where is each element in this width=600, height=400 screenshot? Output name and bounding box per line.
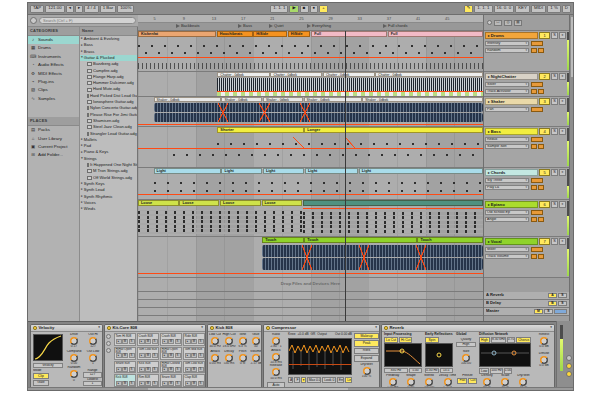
- knee-value[interactable]: +0.0 dB: [297, 333, 308, 336]
- device-chooser[interactable]: Sly Three▾: [485, 178, 529, 184]
- macro-decay[interactable]: Decay530 ms: [222, 350, 235, 366]
- mixer-toggle-icon[interactable]: ▤: [514, 20, 522, 26]
- beat-time-ruler[interactable]: 59131721252933374145: [138, 15, 483, 23]
- clip-shaker-0dbpk[interactable]: Shaker - 0dbpk: [154, 97, 221, 102]
- automation-value-box[interactable]: [538, 185, 544, 191]
- clip-loose[interactable]: Loose: [179, 200, 219, 206]
- clip-chatter-0dbpk[interactable]: Chatter - 0dbpk: [323, 72, 375, 77]
- reverb-scale[interactable]: Scale40 %: [497, 374, 514, 388]
- record-button[interactable]: ●: [310, 5, 319, 13]
- reverb-predelay[interactable]: Predelay2.50 ms: [384, 374, 401, 388]
- name-column-header[interactable]: Name: [80, 27, 137, 36]
- solo-button[interactable]: S: [551, 73, 558, 80]
- mode-gate-button[interactable]: Gate: [33, 380, 49, 386]
- arm-button[interactable]: ●: [559, 128, 566, 135]
- arm-button[interactable]: ●: [559, 201, 566, 208]
- peak-button[interactable]: Peak: [354, 340, 379, 346]
- kick-rack-title-bar[interactable]: Kick 808: [208, 325, 261, 332]
- automation-line[interactable]: [138, 57, 483, 58]
- drum-pad-hihat-open-808[interactable]: HiHat Open 808▸MS: [114, 347, 136, 360]
- knob-out-hi[interactable]: Out Hi127: [84, 333, 102, 349]
- pad-mute-button[interactable]: M: [122, 381, 128, 386]
- clip-view-toggle[interactable]: [566, 355, 572, 361]
- drywet-knob[interactable]: [363, 367, 371, 375]
- clip-touch[interactable]: Touch: [262, 237, 303, 243]
- track-header-nightchatter[interactable]: ▸NightChatter2S●Silver▾Track Activator▾: [484, 72, 569, 97]
- track-activator[interactable]: 4: [539, 128, 550, 135]
- tone-knob[interactable]: [239, 337, 247, 345]
- pad-play-button[interactable]: ▸: [139, 381, 145, 386]
- pad-play-button[interactable]: ▸: [139, 353, 145, 358]
- automation-value-box[interactable]: [538, 89, 544, 95]
- show-macros-icon[interactable]: [106, 348, 111, 353]
- drum-pad-tom-low-808[interactable]: Tom Low 808▸MS: [183, 361, 205, 374]
- track-header-shaker[interactable]: ▸Shaker3S●Pan▾: [484, 97, 569, 127]
- pad-play-button[interactable]: ▸: [139, 367, 145, 372]
- solo-button[interactable]: S: [558, 293, 567, 299]
- locator-backbeats[interactable]: Backbeats: [176, 24, 200, 28]
- automation-value-box[interactable]: [531, 210, 543, 216]
- clip-shaker-0dbpk[interactable]: Shaker - 0dbpk: [362, 97, 483, 102]
- pad-play-button[interactable]: ▸: [185, 367, 191, 372]
- fold-icon[interactable]: ▾: [201, 326, 203, 330]
- velocity-title-bar[interactable]: Velocity ▾: [31, 325, 102, 332]
- pad-mute-button[interactable]: M: [168, 367, 174, 372]
- pad-play-button[interactable]: ▸: [185, 353, 191, 358]
- footer-f-button[interactable]: F: [294, 377, 299, 383]
- drum-pad-tom-hi-808[interactable]: Tom Hi 808▸MS: [114, 333, 136, 346]
- drywet-value[interactable]: 100 %: [354, 375, 379, 378]
- track-name[interactable]: ▸Epiano: [485, 201, 538, 208]
- solo-button[interactable]: S: [551, 98, 558, 105]
- reflect-knob[interactable]: [540, 337, 548, 345]
- pad-mute-button[interactable]: M: [168, 353, 174, 358]
- tap-tempo-button[interactable]: TAP: [30, 5, 44, 13]
- hot-swap-icon[interactable]: [30, 17, 37, 24]
- crossfade-curves[interactable]: [300, 103, 310, 122]
- time-signature-field[interactable]: 4 / 4: [84, 5, 99, 13]
- clip-full[interactable]: Full: [311, 31, 387, 37]
- pad-solo-button[interactable]: S: [175, 353, 181, 358]
- drum-pad-ride-808[interactable]: Ride 808▸MS: [183, 333, 205, 346]
- automation-value-box[interactable]: [531, 137, 543, 143]
- footer-item-button[interactable]: ▾: [301, 377, 306, 383]
- pitch-knob[interactable]: [239, 354, 247, 362]
- fold-icon[interactable]: ▾: [98, 326, 100, 330]
- reverb-freeze[interactable]: FreezeFlatCut: [457, 374, 477, 388]
- automation-value-box[interactable]: [538, 254, 544, 260]
- clip-light[interactable]: Light: [221, 168, 262, 174]
- automation-value-box[interactable]: [531, 185, 537, 191]
- footer-a-button[interactable]: A: [288, 377, 293, 383]
- sidebar-item-packs[interactable]: ▤Packs: [28, 126, 79, 134]
- clip-shaker-0dbpk[interactable]: Shaker - 0dbpk: [304, 97, 362, 102]
- pad-solo-button[interactable]: S: [152, 381, 158, 386]
- pad-solo-button[interactable]: S: [198, 353, 204, 358]
- clip-hoochibeats[interactable]: Hoochibeats: [217, 31, 253, 37]
- macro-tone[interactable]: Tone6.3 %: [237, 333, 249, 349]
- input-width-value[interactable]: 5.00: [409, 368, 422, 373]
- master-volume-box[interactable]: [554, 309, 567, 315]
- drum-pad-rim-808[interactable]: Rim 808▸MS: [137, 374, 159, 387]
- attack-knob[interactable]: [272, 353, 280, 361]
- device-on-led[interactable]: [33, 326, 37, 330]
- clip-light[interactable]: Light: [359, 168, 483, 174]
- fold-icon[interactable]: ▾: [550, 326, 552, 330]
- automation-line[interactable]: [138, 148, 483, 149]
- spin-display[interactable]: [425, 343, 453, 367]
- diffuse-value[interactable]: 0.0 dB: [534, 364, 554, 367]
- clip-light[interactable]: Light: [263, 168, 304, 174]
- track-activator[interactable]: B: [548, 301, 557, 307]
- drum-pad-tom-low-808[interactable]: Tom Low 808▸MS: [137, 347, 159, 360]
- cut-button[interactable]: Cut: [468, 378, 477, 384]
- reverb-shape[interactable]: Shape0.90: [402, 374, 419, 388]
- clip-loose[interactable]: Loose: [138, 200, 179, 206]
- solo-button[interactable]: S: [551, 238, 558, 245]
- drum-pad-snare-808[interactable]: Snare 808▸MS: [114, 361, 136, 374]
- pad-mute-button[interactable]: M: [191, 367, 197, 372]
- pad-play-button[interactable]: ▸: [116, 381, 122, 386]
- reverb-density[interactable]: Density60 %: [478, 374, 495, 388]
- pad-mute-button[interactable]: M: [145, 339, 151, 344]
- unfold-track-icon[interactable]: ▸: [488, 171, 490, 175]
- overview-toggle-icon[interactable]: ▭: [494, 20, 502, 26]
- low-cut-knob[interactable]: [211, 337, 219, 345]
- footer-env-button[interactable]: Env: [337, 377, 345, 383]
